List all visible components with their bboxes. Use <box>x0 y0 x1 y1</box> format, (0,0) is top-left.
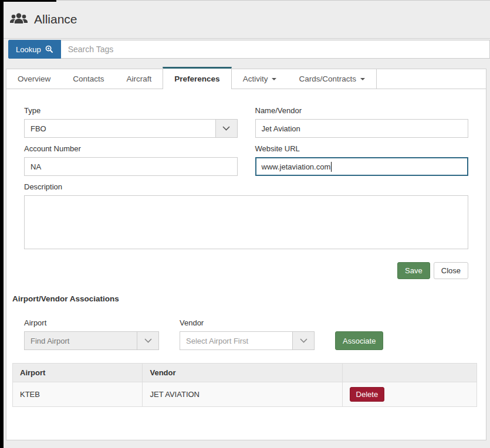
website-url-input[interactable]: www.jetaviation.com <box>255 157 469 176</box>
vendor-field: Vendor Select Airport First <box>180 318 315 350</box>
airport-label: Airport <box>24 318 159 327</box>
window-top-edge <box>0 0 490 1</box>
associations-heading: Airport/Vendor Associations <box>12 294 477 303</box>
tab-activity-dropdown[interactable]: Activity <box>232 69 288 89</box>
action-cell: Delete <box>342 382 477 407</box>
table-row: KTEB JET AVIATION Delete <box>13 382 477 407</box>
close-button[interactable]: Close <box>434 262 468 279</box>
preferences-form: Type FBO Name/Vendor Account Number <box>24 106 468 279</box>
tab-aircraft[interactable]: Aircraft <box>116 69 163 89</box>
search-tags-input[interactable] <box>61 40 490 59</box>
type-label: Type <box>24 106 238 115</box>
vendor-select[interactable]: Select Airport First <box>180 331 315 350</box>
website-url-value: www.jetaviation.com <box>262 162 331 171</box>
airport-field: Airport Find Airport <box>24 318 159 350</box>
page-title: Alliance <box>34 12 77 26</box>
window-top-left-edge <box>0 0 56 2</box>
airport-select-placeholder: Find Airport <box>25 332 137 349</box>
airport-column-header: Airport <box>13 364 143 382</box>
account-number-label: Account Number <box>24 144 238 153</box>
save-button[interactable]: Save <box>397 262 430 279</box>
description-textarea[interactable] <box>24 195 468 249</box>
lookup-button[interactable]: Lookup <box>8 40 61 59</box>
website-url-field: Website URL www.jetaviation.com <box>255 144 469 176</box>
associations-controls: Airport Find Airport Vendor Select Airpo… <box>24 318 477 350</box>
name-vendor-label: Name/Vendor <box>255 106 469 115</box>
tab-cards-contracts-dropdown[interactable]: Cards/Contracts <box>288 69 376 89</box>
chevron-down-icon <box>292 332 314 349</box>
search-plus-icon <box>45 45 53 53</box>
text-cursor <box>331 162 332 172</box>
type-select-value: FBO <box>25 120 215 137</box>
description-label: Description <box>24 182 468 191</box>
tab-contacts[interactable]: Contacts <box>62 69 115 89</box>
vendor-cell: JET AVIATION <box>143 382 342 407</box>
associations-table: Airport Vendor KTEB JET AVIATION Delete <box>12 363 477 407</box>
content-panel: Overview Contacts Aircraft Preferences A… <box>6 69 486 440</box>
name-vendor-field: Name/Vendor <box>255 106 469 138</box>
table-header-row: Airport Vendor <box>13 364 477 382</box>
chevron-down-icon <box>272 78 276 80</box>
tab-preferences[interactable]: Preferences <box>163 67 231 89</box>
tab-preferences-label: Preferences <box>174 74 219 83</box>
airport-vendor-associations-section: Airport/Vendor Associations Airport Find… <box>12 294 477 407</box>
lookup-button-label: Lookup <box>16 45 41 54</box>
website-url-label: Website URL <box>255 144 469 153</box>
tab-activity-label: Activity <box>243 74 268 83</box>
tab-contacts-label: Contacts <box>73 74 104 83</box>
description-field: Description <box>24 182 468 252</box>
chevron-down-icon <box>360 78 365 80</box>
type-select[interactable]: FBO <box>24 119 238 138</box>
lookup-search-bar: Lookup <box>8 40 490 59</box>
account-number-input[interactable] <box>24 157 238 176</box>
action-column-header <box>342 364 477 382</box>
type-field: Type FBO <box>24 106 238 138</box>
vendor-column-header: Vendor <box>143 364 342 382</box>
users-group-icon <box>9 12 29 26</box>
tab-group-right: Activity Cards/Contracts <box>232 69 377 89</box>
tab-overview[interactable]: Overview <box>6 69 62 89</box>
tab-cards-contracts-label: Cards/Contracts <box>299 74 356 83</box>
vendor-select-placeholder: Select Airport First <box>180 332 292 349</box>
form-actions: Save Close <box>24 262 468 279</box>
account-number-field: Account Number <box>24 144 238 176</box>
associate-button[interactable]: Associate <box>335 331 383 350</box>
name-vendor-input[interactable] <box>255 119 469 138</box>
chevron-down-icon <box>215 120 237 137</box>
delete-button[interactable]: Delete <box>350 387 385 402</box>
tab-bar: Overview Contacts Aircraft Preferences A… <box>6 69 486 89</box>
tab-overview-label: Overview <box>18 74 50 83</box>
tab-aircraft-label: Aircraft <box>127 74 152 83</box>
window-left-edge <box>0 0 4 448</box>
airport-select[interactable]: Find Airport <box>24 331 159 350</box>
tab-group-left: Overview Contacts Aircraft <box>6 69 163 89</box>
vendor-label: Vendor <box>180 318 315 327</box>
chevron-down-icon <box>137 332 158 349</box>
airport-cell: KTEB <box>13 382 143 407</box>
app-header: Alliance <box>0 0 490 39</box>
